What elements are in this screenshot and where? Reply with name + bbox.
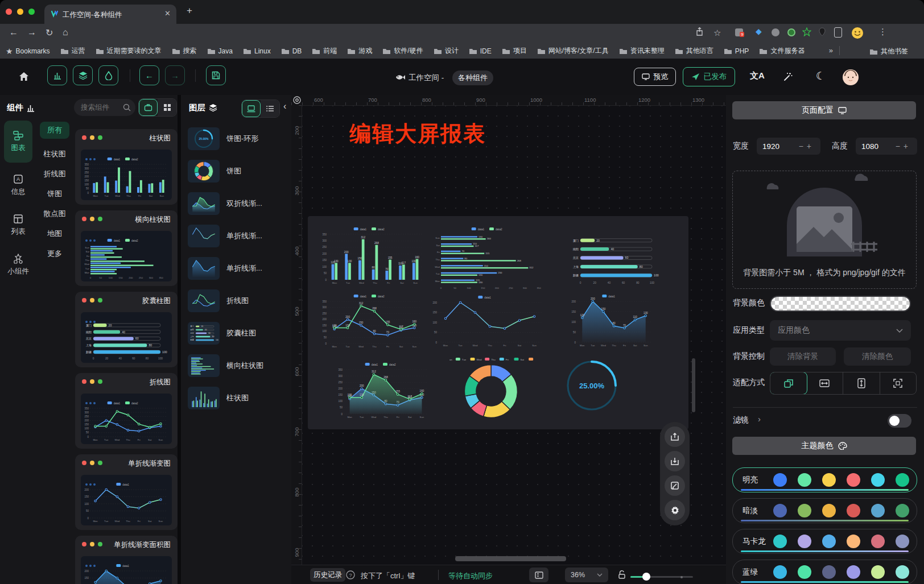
stepper-buttons[interactable]: −+: [799, 142, 815, 151]
grid-view-toggle[interactable]: [158, 99, 176, 116]
category-item[interactable]: 柱状图: [39, 149, 71, 159]
theme-color-dot[interactable]: [871, 504, 885, 517]
layer-item[interactable]: 饼图: [188, 158, 286, 184]
widget-gradient-area-chart[interactable]: 050100150200MonTueWedThuFriSatSun1202001…: [568, 293, 654, 348]
share-icon[interactable]: [695, 27, 704, 36]
bookmarks-overflow-chevron[interactable]: »: [829, 46, 833, 55]
search-icon[interactable]: [123, 103, 131, 111]
layers-panel-button[interactable]: [73, 65, 93, 85]
category-item[interactable]: 散点图: [39, 209, 71, 219]
save-button[interactable]: [206, 65, 226, 85]
publish-button[interactable]: 已发布: [683, 67, 735, 86]
filter-expand-chevron[interactable]: ›: [758, 414, 761, 424]
theme-color-dot[interactable]: [896, 535, 909, 548]
bookmark-item[interactable]: 搜索: [172, 46, 197, 56]
preview-button[interactable]: 预览: [634, 68, 676, 86]
widget-line-chart[interactable]: 050100150200250300350MonTueWedThuFriSatS…: [319, 293, 424, 349]
canvas-page-title[interactable]: 编辑大屏报表: [349, 119, 486, 148]
zoom-slider-thumb[interactable]: [642, 573, 650, 581]
bookmark-item[interactable]: 其他语言: [675, 46, 713, 56]
theme-color-dot[interactable]: [798, 504, 811, 517]
theme-color-dot[interactable]: [773, 504, 787, 517]
page-config-header[interactable]: 页面配置: [732, 101, 916, 119]
theme-color-dot[interactable]: [773, 535, 787, 548]
bookmark-item[interactable]: IDE: [469, 47, 492, 55]
sidebar-item-info[interactable]: A 信息: [4, 167, 32, 204]
ruler-eye-icon[interactable]: [292, 96, 302, 105]
home-icon[interactable]: ⌂: [63, 27, 68, 38]
bookmark-item[interactable]: 文件服务器: [759, 46, 805, 56]
bookmark-item[interactable]: 游戏: [347, 46, 372, 56]
bookmark-item[interactable]: 软件/硬件: [382, 46, 423, 56]
component-card-area-gradient[interactable]: 单折线渐变面积图 050100150200MonTueWedThuFriSatS…: [75, 536, 178, 584]
widget-double-area-chart[interactable]: 050100150200250300350MonTueWedThuFriSatS…: [335, 362, 431, 420]
bookmark-item[interactable]: PHP: [724, 47, 749, 55]
theme-color-dot[interactable]: [871, 535, 885, 548]
magic-wand-icon[interactable]: [783, 72, 793, 82]
bookmark-star-icon[interactable]: ☆: [713, 28, 721, 38]
height-stepper[interactable]: 1080 −+: [856, 138, 917, 155]
tablet-icon[interactable]: [834, 27, 842, 38]
extension-star-icon[interactable]: [802, 27, 811, 36]
width-stepper[interactable]: 1920 −+: [757, 138, 820, 155]
canvas-horizontal-scrollbar[interactable]: [455, 556, 566, 561]
extension-green-icon[interactable]: [787, 28, 795, 36]
theme-color-dot[interactable]: [822, 473, 836, 487]
bookmark-item[interactable]: Java: [207, 47, 233, 55]
settings-button[interactable]: [665, 500, 685, 520]
clear-color-button[interactable]: 清除颜色: [844, 347, 911, 366]
theme-row-blue-green[interactable]: 蓝绿: [732, 560, 917, 584]
project-name-pill[interactable]: 各种组件: [452, 71, 493, 85]
canvas-area[interactable]: 6007008009001000110012001300 20030040050…: [291, 95, 726, 584]
bookmarks-root[interactable]: ★Bookmarks: [6, 47, 50, 56]
theme-color-dot[interactable]: [847, 535, 860, 548]
help-icon[interactable]: ?: [346, 570, 355, 579]
browser-tab[interactable]: 工作空间-各种组件 ✕: [44, 5, 176, 24]
theme-color-dot[interactable]: [896, 504, 909, 517]
sidebar-item-widgets[interactable]: 小组件: [4, 247, 32, 283]
component-card-capsule[interactable]: 胶囊柱图 厦门20南阳40北京60上海80新疆100020406080100: [75, 292, 178, 367]
layer-item[interactable]: 单折线渐...: [188, 223, 286, 249]
extension-grey-icon[interactable]: [772, 28, 779, 36]
bookmark-item[interactable]: DB: [281, 47, 302, 55]
clear-background-button[interactable]: 清除背景: [770, 347, 836, 366]
detail-panel-button[interactable]: [98, 65, 118, 85]
sidebar-item-list[interactable]: 列表: [4, 207, 32, 243]
theme-color-dot[interactable]: [847, 504, 860, 517]
layer-item[interactable]: 横向柱状图: [188, 353, 286, 379]
app-type-select[interactable]: 应用颜色: [770, 320, 911, 341]
chart-panel-button[interactable]: [47, 65, 67, 85]
dark-mode-moon-icon[interactable]: ☾: [816, 69, 826, 82]
undo-button[interactable]: ←: [139, 65, 159, 85]
new-tab-button[interactable]: +: [187, 5, 192, 16]
extension-tabs-icon[interactable]: 9: [735, 28, 743, 36]
theme-color-dot[interactable]: [847, 565, 860, 579]
category-item[interactable]: 折线图: [39, 169, 71, 179]
fit-stretch-option[interactable]: [880, 372, 917, 394]
component-card-line-gradient[interactable]: 单折线渐变图 050100150200MonTueWedThuFriSatSun…: [75, 454, 178, 530]
widget-ring-pie-chart[interactable]: [464, 364, 518, 419]
background-upload-area[interactable]: 背景图需小于 5M ， 格式为 png/jpg/gif 的文件: [732, 171, 917, 289]
widget-horizontal-bar-chart[interactable]: 050100150200250300350Sun130160Sat110117F…: [431, 226, 547, 290]
category-item[interactable]: 更多: [39, 248, 71, 259]
theme-row-bright[interactable]: 明亮: [732, 467, 917, 492]
filter-toggle[interactable]: [888, 414, 911, 428]
redo-button[interactable]: →: [165, 65, 185, 85]
mac-zoom-button[interactable]: [28, 9, 35, 15]
bookmark-item[interactable]: 前端: [312, 46, 337, 56]
bookmark-item[interactable]: Linux: [243, 47, 271, 55]
theme-color-dot[interactable]: [798, 565, 811, 579]
component-card-bar[interactable]: 柱状图 050100150200250300350MonTueWedThuFri…: [75, 129, 178, 205]
zoom-select[interactable]: 36%: [565, 568, 608, 582]
reload-icon[interactable]: ↻: [46, 27, 53, 38]
panel-layout-button[interactable]: [529, 568, 548, 582]
theme-color-dot[interactable]: [896, 565, 909, 579]
category-item[interactable]: 饼图: [39, 189, 71, 199]
theme-color-dot[interactable]: [798, 473, 811, 487]
forward-icon[interactable]: →: [27, 27, 36, 38]
other-bookmarks[interactable]: 其他书签: [869, 47, 908, 56]
sidebar-item-charts[interactable]: 图表: [4, 121, 32, 163]
theme-color-dot[interactable]: [896, 473, 909, 487]
bookmark-item[interactable]: 近期需要读的文章: [96, 46, 162, 56]
extension-gem-icon[interactable]: ◆: [756, 27, 762, 36]
